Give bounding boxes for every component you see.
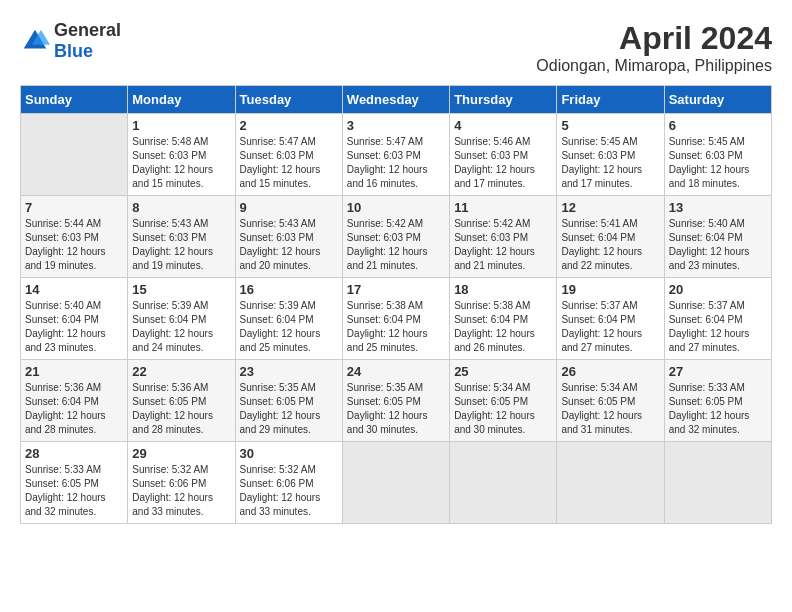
day-cell: 3Sunrise: 5:47 AM Sunset: 6:03 PM Daylig…: [342, 114, 449, 196]
day-info: Sunrise: 5:43 AM Sunset: 6:03 PM Dayligh…: [240, 217, 338, 273]
day-number: 11: [454, 200, 552, 215]
day-number: 5: [561, 118, 659, 133]
day-info: Sunrise: 5:44 AM Sunset: 6:03 PM Dayligh…: [25, 217, 123, 273]
day-number: 23: [240, 364, 338, 379]
day-number: 22: [132, 364, 230, 379]
day-cell: 14Sunrise: 5:40 AM Sunset: 6:04 PM Dayli…: [21, 278, 128, 360]
day-info: Sunrise: 5:42 AM Sunset: 6:03 PM Dayligh…: [454, 217, 552, 273]
week-row-0: 1Sunrise: 5:48 AM Sunset: 6:03 PM Daylig…: [21, 114, 772, 196]
day-cell: 11Sunrise: 5:42 AM Sunset: 6:03 PM Dayli…: [450, 196, 557, 278]
day-number: 4: [454, 118, 552, 133]
day-number: 14: [25, 282, 123, 297]
day-number: 16: [240, 282, 338, 297]
day-cell: 25Sunrise: 5:34 AM Sunset: 6:05 PM Dayli…: [450, 360, 557, 442]
header-wednesday: Wednesday: [342, 86, 449, 114]
day-info: Sunrise: 5:38 AM Sunset: 6:04 PM Dayligh…: [347, 299, 445, 355]
week-row-2: 14Sunrise: 5:40 AM Sunset: 6:04 PM Dayli…: [21, 278, 772, 360]
day-cell: 29Sunrise: 5:32 AM Sunset: 6:06 PM Dayli…: [128, 442, 235, 524]
day-number: 17: [347, 282, 445, 297]
day-info: Sunrise: 5:32 AM Sunset: 6:06 PM Dayligh…: [132, 463, 230, 519]
header-monday: Monday: [128, 86, 235, 114]
day-cell: [342, 442, 449, 524]
day-cell: 30Sunrise: 5:32 AM Sunset: 6:06 PM Dayli…: [235, 442, 342, 524]
day-cell: 24Sunrise: 5:35 AM Sunset: 6:05 PM Dayli…: [342, 360, 449, 442]
day-number: 15: [132, 282, 230, 297]
day-cell: 22Sunrise: 5:36 AM Sunset: 6:05 PM Dayli…: [128, 360, 235, 442]
day-cell: 15Sunrise: 5:39 AM Sunset: 6:04 PM Dayli…: [128, 278, 235, 360]
page-header: General Blue April 2024 Odiongan, Mimaro…: [20, 20, 772, 75]
week-row-3: 21Sunrise: 5:36 AM Sunset: 6:04 PM Dayli…: [21, 360, 772, 442]
header-row: SundayMondayTuesdayWednesdayThursdayFrid…: [21, 86, 772, 114]
header-saturday: Saturday: [664, 86, 771, 114]
day-cell: 10Sunrise: 5:42 AM Sunset: 6:03 PM Dayli…: [342, 196, 449, 278]
day-info: Sunrise: 5:34 AM Sunset: 6:05 PM Dayligh…: [454, 381, 552, 437]
day-info: Sunrise: 5:36 AM Sunset: 6:05 PM Dayligh…: [132, 381, 230, 437]
day-info: Sunrise: 5:37 AM Sunset: 6:04 PM Dayligh…: [669, 299, 767, 355]
day-number: 18: [454, 282, 552, 297]
day-info: Sunrise: 5:40 AM Sunset: 6:04 PM Dayligh…: [25, 299, 123, 355]
day-info: Sunrise: 5:45 AM Sunset: 6:03 PM Dayligh…: [669, 135, 767, 191]
day-number: 24: [347, 364, 445, 379]
day-number: 27: [669, 364, 767, 379]
day-cell: 19Sunrise: 5:37 AM Sunset: 6:04 PM Dayli…: [557, 278, 664, 360]
day-number: 3: [347, 118, 445, 133]
subtitle: Odiongan, Mimaropa, Philippines: [536, 57, 772, 75]
week-row-4: 28Sunrise: 5:33 AM Sunset: 6:05 PM Dayli…: [21, 442, 772, 524]
day-info: Sunrise: 5:35 AM Sunset: 6:05 PM Dayligh…: [347, 381, 445, 437]
day-number: 20: [669, 282, 767, 297]
day-cell: 2Sunrise: 5:47 AM Sunset: 6:03 PM Daylig…: [235, 114, 342, 196]
day-cell: 6Sunrise: 5:45 AM Sunset: 6:03 PM Daylig…: [664, 114, 771, 196]
header-friday: Friday: [557, 86, 664, 114]
day-info: Sunrise: 5:42 AM Sunset: 6:03 PM Dayligh…: [347, 217, 445, 273]
day-cell: [664, 442, 771, 524]
day-cell: 23Sunrise: 5:35 AM Sunset: 6:05 PM Dayli…: [235, 360, 342, 442]
header-sunday: Sunday: [21, 86, 128, 114]
day-number: 9: [240, 200, 338, 215]
day-cell: 28Sunrise: 5:33 AM Sunset: 6:05 PM Dayli…: [21, 442, 128, 524]
logo-blue: Blue: [54, 41, 121, 62]
day-cell: 1Sunrise: 5:48 AM Sunset: 6:03 PM Daylig…: [128, 114, 235, 196]
day-number: 12: [561, 200, 659, 215]
calendar-header: SundayMondayTuesdayWednesdayThursdayFrid…: [21, 86, 772, 114]
day-cell: 21Sunrise: 5:36 AM Sunset: 6:04 PM Dayli…: [21, 360, 128, 442]
header-thursday: Thursday: [450, 86, 557, 114]
day-info: Sunrise: 5:48 AM Sunset: 6:03 PM Dayligh…: [132, 135, 230, 191]
day-cell: 17Sunrise: 5:38 AM Sunset: 6:04 PM Dayli…: [342, 278, 449, 360]
logo-general: General: [54, 20, 121, 41]
logo-text: General Blue: [54, 20, 121, 62]
day-info: Sunrise: 5:39 AM Sunset: 6:04 PM Dayligh…: [132, 299, 230, 355]
logo: General Blue: [20, 20, 121, 62]
day-number: 21: [25, 364, 123, 379]
day-number: 10: [347, 200, 445, 215]
day-number: 28: [25, 446, 123, 461]
day-cell: [450, 442, 557, 524]
day-cell: 12Sunrise: 5:41 AM Sunset: 6:04 PM Dayli…: [557, 196, 664, 278]
main-title: April 2024: [536, 20, 772, 57]
day-cell: 20Sunrise: 5:37 AM Sunset: 6:04 PM Dayli…: [664, 278, 771, 360]
day-info: Sunrise: 5:43 AM Sunset: 6:03 PM Dayligh…: [132, 217, 230, 273]
week-row-1: 7Sunrise: 5:44 AM Sunset: 6:03 PM Daylig…: [21, 196, 772, 278]
header-tuesday: Tuesday: [235, 86, 342, 114]
day-info: Sunrise: 5:32 AM Sunset: 6:06 PM Dayligh…: [240, 463, 338, 519]
day-info: Sunrise: 5:37 AM Sunset: 6:04 PM Dayligh…: [561, 299, 659, 355]
day-info: Sunrise: 5:38 AM Sunset: 6:04 PM Dayligh…: [454, 299, 552, 355]
day-number: 29: [132, 446, 230, 461]
calendar-body: 1Sunrise: 5:48 AM Sunset: 6:03 PM Daylig…: [21, 114, 772, 524]
day-cell: 13Sunrise: 5:40 AM Sunset: 6:04 PM Dayli…: [664, 196, 771, 278]
day-info: Sunrise: 5:41 AM Sunset: 6:04 PM Dayligh…: [561, 217, 659, 273]
day-number: 26: [561, 364, 659, 379]
day-number: 13: [669, 200, 767, 215]
day-info: Sunrise: 5:33 AM Sunset: 6:05 PM Dayligh…: [669, 381, 767, 437]
day-number: 30: [240, 446, 338, 461]
day-info: Sunrise: 5:39 AM Sunset: 6:04 PM Dayligh…: [240, 299, 338, 355]
day-cell: 8Sunrise: 5:43 AM Sunset: 6:03 PM Daylig…: [128, 196, 235, 278]
day-cell: 16Sunrise: 5:39 AM Sunset: 6:04 PM Dayli…: [235, 278, 342, 360]
day-cell: 5Sunrise: 5:45 AM Sunset: 6:03 PM Daylig…: [557, 114, 664, 196]
day-info: Sunrise: 5:45 AM Sunset: 6:03 PM Dayligh…: [561, 135, 659, 191]
day-info: Sunrise: 5:33 AM Sunset: 6:05 PM Dayligh…: [25, 463, 123, 519]
day-number: 2: [240, 118, 338, 133]
day-cell: 7Sunrise: 5:44 AM Sunset: 6:03 PM Daylig…: [21, 196, 128, 278]
day-number: 25: [454, 364, 552, 379]
day-cell: 4Sunrise: 5:46 AM Sunset: 6:03 PM Daylig…: [450, 114, 557, 196]
day-info: Sunrise: 5:40 AM Sunset: 6:04 PM Dayligh…: [669, 217, 767, 273]
